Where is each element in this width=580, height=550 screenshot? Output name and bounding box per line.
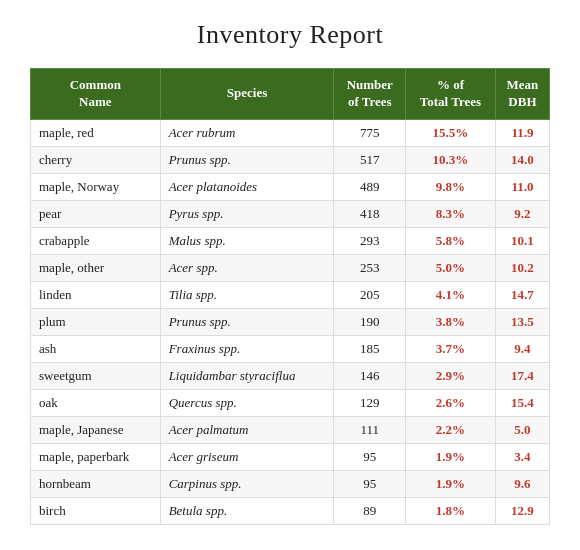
cell-species: Acer spp. (160, 254, 334, 281)
cell-dbh: 14.7 (495, 281, 549, 308)
page-title: Inventory Report (30, 20, 550, 50)
table-row: oakQuercus spp.1292.6%15.4 (31, 389, 550, 416)
cell-dbh: 9.4 (495, 335, 549, 362)
cell-number: 146 (334, 362, 406, 389)
cell-dbh: 3.4 (495, 443, 549, 470)
table-row: ashFraxinus spp.1853.7%9.4 (31, 335, 550, 362)
col-header-common-name: CommonName (31, 69, 161, 120)
table-row: sweetgumLiquidambar styraciflua1462.9%17… (31, 362, 550, 389)
cell-common_name: crabapple (31, 227, 161, 254)
col-header-species: Species (160, 69, 334, 120)
cell-dbh: 13.5 (495, 308, 549, 335)
cell-percent: 5.0% (406, 254, 496, 281)
cell-number: 111 (334, 416, 406, 443)
cell-number: 95 (334, 443, 406, 470)
cell-percent: 9.8% (406, 173, 496, 200)
cell-number: 95 (334, 470, 406, 497)
cell-percent: 3.7% (406, 335, 496, 362)
cell-dbh: 10.1 (495, 227, 549, 254)
cell-number: 775 (334, 119, 406, 146)
cell-number: 253 (334, 254, 406, 281)
cell-percent: 1.8% (406, 497, 496, 524)
cell-number: 205 (334, 281, 406, 308)
cell-species: Tilia spp. (160, 281, 334, 308)
cell-dbh: 11.9 (495, 119, 549, 146)
cell-percent: 1.9% (406, 443, 496, 470)
cell-number: 293 (334, 227, 406, 254)
cell-number: 418 (334, 200, 406, 227)
cell-species: Acer palmatum (160, 416, 334, 443)
cell-dbh: 10.2 (495, 254, 549, 281)
cell-common_name: sweetgum (31, 362, 161, 389)
cell-common_name: maple, Japanese (31, 416, 161, 443)
cell-percent: 15.5% (406, 119, 496, 146)
inventory-table: CommonName Species Numberof Trees % ofTo… (30, 68, 550, 525)
cell-dbh: 17.4 (495, 362, 549, 389)
cell-dbh: 15.4 (495, 389, 549, 416)
cell-dbh: 12.9 (495, 497, 549, 524)
cell-common_name: linden (31, 281, 161, 308)
cell-species: Acer griseum (160, 443, 334, 470)
cell-species: Prunus spp. (160, 146, 334, 173)
cell-species: Prunus spp. (160, 308, 334, 335)
cell-number: 185 (334, 335, 406, 362)
table-row: maple, redAcer rubrum77515.5%11.9 (31, 119, 550, 146)
table-row: maple, JapaneseAcer palmatum1112.2%5.0 (31, 416, 550, 443)
cell-species: Liquidambar styraciflua (160, 362, 334, 389)
cell-number: 517 (334, 146, 406, 173)
cell-dbh: 9.6 (495, 470, 549, 497)
cell-species: Pyrus spp. (160, 200, 334, 227)
table-row: lindenTilia spp.2054.1%14.7 (31, 281, 550, 308)
table-row: crabappleMalus spp.2935.8%10.1 (31, 227, 550, 254)
cell-common_name: maple, Norway (31, 173, 161, 200)
cell-number: 129 (334, 389, 406, 416)
cell-common_name: maple, red (31, 119, 161, 146)
cell-dbh: 11.0 (495, 173, 549, 200)
cell-percent: 5.8% (406, 227, 496, 254)
cell-number: 89 (334, 497, 406, 524)
cell-species: Acer platanoides (160, 173, 334, 200)
cell-common_name: hornbeam (31, 470, 161, 497)
cell-species: Quercus spp. (160, 389, 334, 416)
col-header-dbh: MeanDBH (495, 69, 549, 120)
cell-species: Malus spp. (160, 227, 334, 254)
cell-percent: 3.8% (406, 308, 496, 335)
cell-species: Acer rubrum (160, 119, 334, 146)
cell-common_name: oak (31, 389, 161, 416)
table-row: hornbeamCarpinus spp.951.9%9.6 (31, 470, 550, 497)
cell-dbh: 14.0 (495, 146, 549, 173)
cell-common_name: cherry (31, 146, 161, 173)
table-row: maple, otherAcer spp.2535.0%10.2 (31, 254, 550, 281)
col-header-number: Numberof Trees (334, 69, 406, 120)
cell-common_name: birch (31, 497, 161, 524)
cell-species: Betula spp. (160, 497, 334, 524)
table-row: birchBetula spp.891.8%12.9 (31, 497, 550, 524)
cell-species: Carpinus spp. (160, 470, 334, 497)
cell-number: 190 (334, 308, 406, 335)
cell-percent: 2.2% (406, 416, 496, 443)
table-row: maple, NorwayAcer platanoides4899.8%11.0 (31, 173, 550, 200)
table-row: pearPyrus spp.4188.3%9.2 (31, 200, 550, 227)
cell-common_name: pear (31, 200, 161, 227)
cell-percent: 8.3% (406, 200, 496, 227)
table-row: cherryPrunus spp.51710.3%14.0 (31, 146, 550, 173)
cell-number: 489 (334, 173, 406, 200)
table-row: plumPrunus spp.1903.8%13.5 (31, 308, 550, 335)
cell-percent: 2.9% (406, 362, 496, 389)
cell-percent: 1.9% (406, 470, 496, 497)
cell-common_name: ash (31, 335, 161, 362)
cell-species: Fraxinus spp. (160, 335, 334, 362)
cell-common_name: maple, paperbark (31, 443, 161, 470)
table-header-row: CommonName Species Numberof Trees % ofTo… (31, 69, 550, 120)
col-header-percent: % ofTotal Trees (406, 69, 496, 120)
cell-percent: 2.6% (406, 389, 496, 416)
cell-common_name: maple, other (31, 254, 161, 281)
table-row: maple, paperbarkAcer griseum951.9%3.4 (31, 443, 550, 470)
cell-dbh: 5.0 (495, 416, 549, 443)
cell-percent: 10.3% (406, 146, 496, 173)
cell-common_name: plum (31, 308, 161, 335)
cell-dbh: 9.2 (495, 200, 549, 227)
cell-percent: 4.1% (406, 281, 496, 308)
